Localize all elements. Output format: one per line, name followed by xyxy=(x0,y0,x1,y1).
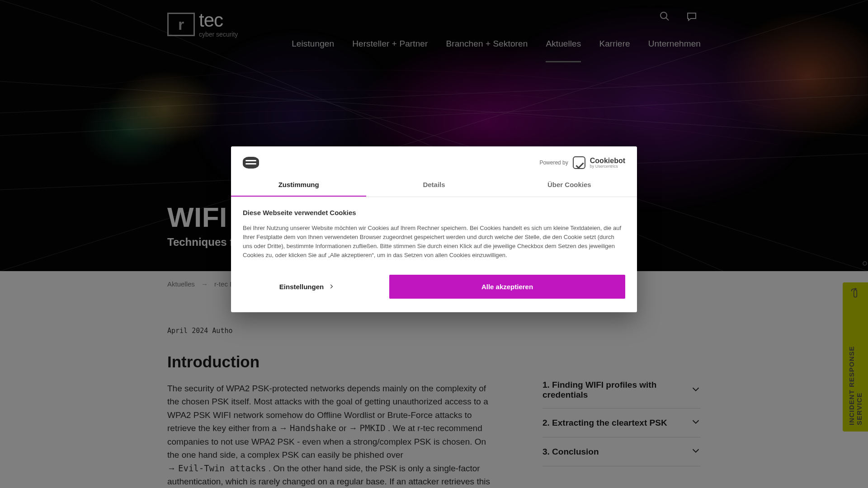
brand-name: tec xyxy=(199,11,238,30)
powered-by-label: Powered by xyxy=(539,160,568,166)
nav-leistungen[interactable]: Leistungen xyxy=(292,39,334,62)
chevron-down-icon xyxy=(691,446,701,458)
article-meta: April 2024 Autho xyxy=(167,327,497,335)
scroll-indicator-icon xyxy=(863,261,867,266)
brand-mark: r xyxy=(167,13,193,36)
toc-item-3[interactable]: 3. Conclusion xyxy=(542,437,701,466)
nav-hersteller-partner[interactable]: Hersteller + Partner xyxy=(352,39,428,62)
toc-item-1[interactable]: 1. Finding WIFI profiles with credential… xyxy=(542,372,701,408)
incident-response-tab[interactable]: INCIDENT RESPONSE SERVICE xyxy=(843,282,868,432)
cookiebot-brand: Cookiebot xyxy=(590,157,625,164)
accept-all-button[interactable]: Alle akzeptieren xyxy=(389,275,625,299)
settings-button[interactable]: Einstellungen xyxy=(243,276,371,298)
toc-label: 2. Extracting the cleartext PSK xyxy=(542,418,667,428)
svg-point-0 xyxy=(660,12,667,19)
toc-label: 3. Conclusion xyxy=(542,447,599,457)
link-handshake[interactable]: Handshake xyxy=(279,422,336,435)
link-pmkid[interactable]: PMKID xyxy=(349,422,386,435)
consent-tabs: Zustimmung Details Über Cookies xyxy=(231,174,637,197)
tab-zustimmung[interactable]: Zustimmung xyxy=(231,174,366,197)
table-of-contents: 1. Finding WIFI profiles with credential… xyxy=(542,327,701,488)
svg-rect-2 xyxy=(854,290,857,297)
settings-label: Einstellungen xyxy=(279,283,324,291)
chevron-right-icon: → xyxy=(201,280,208,288)
fire-extinguisher-icon xyxy=(843,287,868,299)
nav-karriere[interactable]: Karriere xyxy=(599,39,630,62)
breadcrumb-item[interactable]: Aktuelles xyxy=(167,280,195,288)
cookiebot-icon xyxy=(573,156,585,169)
nav-aktuelles[interactable]: Aktuelles xyxy=(546,39,581,62)
brand-logo[interactable]: r tec cyber security xyxy=(167,11,238,38)
nav-unternehmen[interactable]: Unternehmen xyxy=(648,39,701,62)
brand-sub: cyber security xyxy=(199,31,238,38)
tab-details[interactable]: Details xyxy=(366,174,501,197)
article: April 2024 Autho Introduction The securi… xyxy=(167,327,497,488)
nav-branchen-sektoren[interactable]: Branchen + Sektoren xyxy=(446,39,528,62)
cookie-consent-modal: Powered by Cookiebot by Usercentrics Zus… xyxy=(231,146,637,312)
cookiebot-branding[interactable]: Powered by Cookiebot by Usercentrics xyxy=(539,156,625,169)
chat-icon[interactable] xyxy=(686,11,697,23)
toc-item-2[interactable]: 2. Extracting the cleartext PSK xyxy=(542,408,701,437)
article-body: The security of WPA2 PSK-protected netwo… xyxy=(167,382,497,488)
section-heading: Introduction xyxy=(167,353,497,371)
consent-heading: Diese Webseite verwendet Cookies xyxy=(243,209,625,216)
chevron-right-icon xyxy=(328,283,335,290)
tab-ueber-cookies[interactable]: Über Cookies xyxy=(502,174,637,197)
site-header: r tec cyber security Leistungen Herstell… xyxy=(0,0,868,63)
cookiebot-sub: by Usercentrics xyxy=(590,164,618,169)
consent-provider-logo xyxy=(243,157,259,169)
search-icon[interactable] xyxy=(659,11,670,23)
link-evil-twin[interactable]: Evil-Twin attacks xyxy=(167,462,266,475)
incident-response-label: INCIDENT RESPONSE SERVICE xyxy=(843,312,868,425)
primary-nav: Leistungen Hersteller + Partner Branchen… xyxy=(292,39,701,62)
article-text: or xyxy=(339,423,349,433)
toc-label: 1. Finding WIFI profiles with credential… xyxy=(542,380,691,400)
chevron-down-icon xyxy=(691,417,701,429)
svg-line-1 xyxy=(666,18,669,20)
consent-body: Bei Ihrer Nutzung unserer Website möchte… xyxy=(243,224,625,260)
chevron-down-icon xyxy=(691,384,701,396)
